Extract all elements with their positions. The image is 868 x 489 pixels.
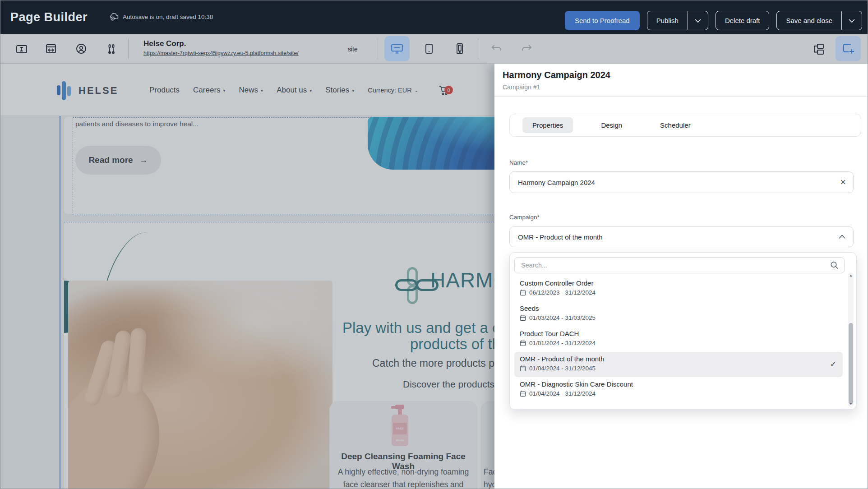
hand-shape [68,362,181,489]
undo-button[interactable] [490,44,502,54]
check-icon: ✓ [830,360,836,369]
read-more-label: Read more [88,155,133,165]
option-dates: 01/03/2024 - 31/03/2025 [529,314,596,321]
nav-careers[interactable]: Careers ▾ [193,86,226,95]
campaign-settings-panel: Harmony Campaign 2024 Campaign #1 Proper… [494,64,868,489]
name-field-wrap: × [509,171,854,193]
option-dates: 06/12/2023 - 31/12/2024 [529,289,596,296]
nav-news[interactable]: News ▾ [239,86,263,95]
calendar-icon [520,314,526,321]
caret-down-icon: ▾ [309,88,312,93]
save-and-close-button[interactable]: Save and close [777,17,841,24]
tablet-icon [423,42,435,55]
article-excerpt: patients and diseases to improve heal... [75,120,199,128]
settings-sliders-icon[interactable] [105,43,118,55]
send-to-proofread-label: Send to Proofread [575,17,630,24]
site-logo-text[interactable]: HELSE [78,85,118,97]
save-and-close-split-button: Save and close [776,11,862,30]
product-bottle-image: FACE WASH [391,405,409,447]
autosave-status: Autosave is on, draft saved 10:38 [109,12,213,21]
layers-tree-button[interactable] [812,42,825,56]
delete-draft-label: Delete draft [716,17,769,24]
dropdown-scrollbar[interactable]: ▲ ▼ [848,272,854,407]
campaign-option[interactable]: Seeds 01/03/2024 - 31/03/2025 [514,301,843,327]
site-name: Helse Corp. [143,39,186,48]
hero-subline2: Discover the products [403,379,494,390]
campaign-option[interactable]: Custom Controller Order 06/12/2023 - 31/… [514,276,843,301]
publish-dropdown-button[interactable] [688,18,708,23]
helse-logo-icon [57,81,74,100]
nav-products[interactable]: Products [149,86,180,95]
scrollbar-down-arrow[interactable]: ▼ [848,402,854,406]
chevron-up-icon [838,235,846,240]
desktop-preview-button[interactable] [384,36,410,61]
campaign-option[interactable]: OMR - Diagnostic Skin Care Discount 01/0… [514,377,843,402]
panel-title: Harmony Campaign 2024 [503,70,859,80]
arrow-right-icon: → [139,155,148,165]
name-input[interactable] [510,172,853,193]
caret-down-icon: ⌄ [415,88,418,93]
currency-selector[interactable]: Currency: EUR ⌄ [368,87,418,94]
read-more-button[interactable]: Read more → [75,146,161,175]
header-actions: Send to Proofread Publish Delete draft S… [565,11,862,30]
campaign-select[interactable]: OMR - Product of the month [509,226,854,247]
hero-photo-woman [68,281,332,489]
tab-scheduler[interactable]: Scheduler [650,117,701,133]
nav-stories[interactable]: Stories ▾ [325,86,354,95]
tab-properties[interactable]: Properties [522,117,573,133]
search-icon [830,261,839,270]
toolbar-divider [128,38,129,59]
top-header: Page Builder Autosave is on, draft saved… [0,0,868,34]
page-builder-app: Page Builder Autosave is on, draft saved… [0,0,868,489]
redo-button[interactable] [521,44,533,54]
scrollbar-thumb[interactable] [849,323,853,404]
nav-label: About us [277,86,307,95]
option-name: Product Tour DACH [520,330,837,337]
add-frame-button[interactable] [836,36,861,61]
site-url-link[interactable]: https://master-7rqtwti-segx45igywzzy.eu-… [143,50,299,56]
toolbar-divider [378,38,378,59]
text-block-icon[interactable] [15,43,28,55]
scrollbar-up-arrow[interactable]: ▲ [848,273,854,277]
option-name: OMR - Diagnostic Skin Care Discount [520,380,837,388]
nav-label: News [239,86,259,95]
selection-edge-line [60,116,60,489]
chevron-down-icon [694,18,702,23]
page-label: site [348,46,358,53]
send-to-proofread-button[interactable]: Send to Proofread [565,11,640,30]
chevron-down-icon [848,18,855,23]
divider [494,96,868,97]
campaign-option-selected[interactable]: OMR - Product of the month 01/04/2024 - … [514,352,843,377]
campaign-selected-value: OMR - Product of the month [518,233,603,241]
nav-about-us[interactable]: About us ▾ [277,86,312,95]
nav-label: Careers [193,86,220,95]
publish-button[interactable]: Publish [647,17,688,24]
clear-name-icon[interactable]: × [840,177,846,187]
product-card[interactable]: FACE WASH Deep Cleansing Foaming Face Wa… [329,401,477,489]
redo-icon [521,44,533,54]
currency-label: Currency: EUR [368,87,412,94]
dropdown-search-wrap [514,257,845,273]
option-dates: 01/04/2024 - 31/12/2045 [529,365,596,372]
option-dates: 01/04/2024 - 31/12/2024 [529,390,596,397]
mobile-icon [453,42,466,55]
tab-design[interactable]: Design [591,117,632,133]
option-dates: 01/01/2024 - 31/12/2024 [529,340,596,346]
save-and-close-dropdown-button[interactable] [842,18,862,23]
tablet-preview-button[interactable] [416,36,442,61]
calendar-icon [520,340,526,346]
option-name: Custom Controller Order [520,279,837,287]
campaign-dropdown: Custom Controller Order 06/12/2023 - 31/… [509,252,857,410]
hero-heading-line2: products of the [410,336,508,353]
profile-icon[interactable] [75,43,88,55]
cart-button[interactable]: 0 [438,85,450,96]
window-swap-icon[interactable] [45,43,57,55]
campaign-options-list: Custom Controller Order 06/12/2023 - 31/… [514,276,843,402]
dropdown-search-input[interactable] [515,258,844,273]
mobile-preview-button[interactable] [447,36,472,61]
desktop-icon [390,42,404,55]
campaign-option[interactable]: Product Tour DACH 01/01/2024 - 31/12/202… [514,327,843,352]
helse-logo: HELSE [57,81,118,100]
autosave-text: Autosave is on, draft saved 10:38 [123,14,213,20]
delete-draft-button[interactable]: Delete draft [716,11,770,30]
